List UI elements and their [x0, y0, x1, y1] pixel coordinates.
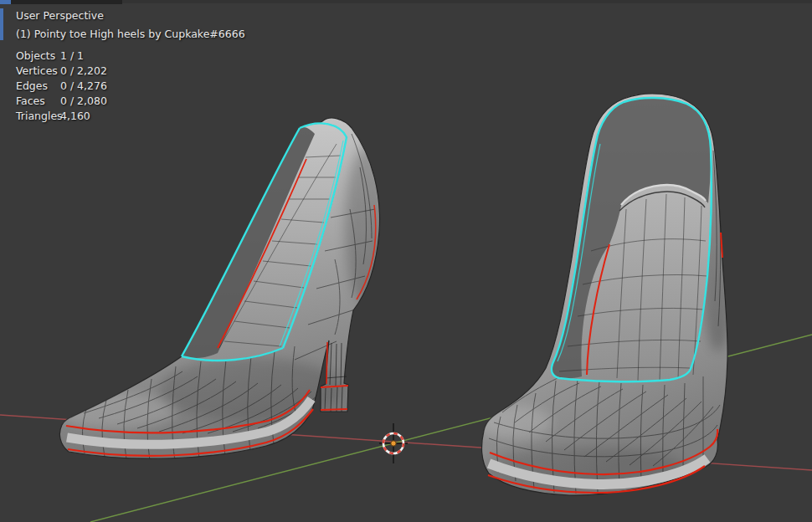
cursor-center-dot	[391, 441, 396, 446]
active-object-label: (1) Pointy toe High heels by Cupkake#666…	[16, 29, 245, 40]
blender-3d-viewport[interactable]: User Perspective (1) Pointy toe High hee…	[0, 0, 812, 522]
top-header-active-segment[interactable]	[0, 0, 11, 4]
left-heel-front-seam	[326, 342, 327, 384]
viewport-canvas[interactable]	[0, 0, 812, 522]
stat-label-triangles: Triangles	[16, 111, 60, 126]
active-tool-accent[interactable]	[0, 8, 3, 40]
view-perspective-label: User Perspective	[16, 11, 104, 22]
top-header-strip	[0, 0, 122, 4]
scene-statistics: Objects 1 / 1 Vertices 0 / 2,202 Edges 0…	[16, 51, 107, 126]
stat-value-triangles: 4,160	[60, 111, 107, 126]
